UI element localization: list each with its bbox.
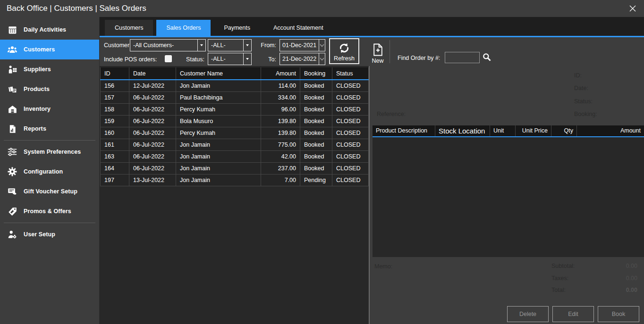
cell-customer-name: Jon Jamain [176,163,261,174]
order-detail-footer: Memo: Subtotal: 0.00 Taxes: 0.00 Total: … [370,257,644,324]
cell-status: CLOSED [332,127,369,139]
total-label: Total: [551,287,566,293]
cell-status: CLOSED [332,104,369,116]
table-row[interactable]: 16106-Jul-2022Jon Jamain775.00BookedCLOS… [101,139,369,151]
cell-customer-name: Bola Musuro [176,116,261,127]
refresh-button[interactable]: Refresh [329,38,359,64]
order-lines-area [373,137,644,257]
tab-sales-orders[interactable]: Sales Orders [156,20,211,36]
cell-amount: 334.00 [261,92,300,104]
cell-customer-name: Jon Jamain [176,80,261,92]
cell-date: 13-Jul-2022 [129,174,176,186]
delete-button[interactable]: Delete [507,306,549,322]
cell-status: CLOSED [332,139,369,151]
sidebar-item-reports[interactable]: Reports [0,119,99,139]
sidebar-item-user-setup[interactable]: User Setup [0,224,99,244]
table-row[interactable]: 16006-Jul-2022Percy Kumah139.80BookedCLO… [101,127,369,139]
column-header-status[interactable]: Status [332,67,369,80]
sidebar-item-label: System Preferences [24,149,81,155]
table-row[interactable]: 16306-Jul-2022Jon Jamain42.00BookedCLOSE… [101,151,369,163]
tab-payments[interactable]: Payments [214,20,260,36]
from-date-field[interactable]: 01-Dec-2021 [280,39,325,51]
taxes-value: 0.00 [626,275,637,282]
sidebar-item-products[interactable]: Products [0,79,99,99]
sidebar-item-customers[interactable]: Customers [0,40,99,59]
chevron-down-icon [197,40,205,51]
sidebar-item-promos-offers[interactable]: Promos & Offers [0,201,99,221]
refresh-label: Refresh [334,55,355,62]
cell-id: 158 [101,104,129,116]
sidebar-item-suppliers[interactable]: Suppliers [0,59,99,79]
line-column-stock-location[interactable]: Stock Location [435,125,490,136]
orders-table: ID Date Customer Name Amount Booking Sta… [100,67,369,186]
from-date-value: 01-Dec-2021 [280,42,319,49]
detail-date-label: Date: [574,85,588,91]
cell-date: 06-Jul-2022 [129,92,176,104]
tab-account-statement[interactable]: Account Statement [263,20,333,36]
sidebar-item-label: Inventory [24,106,51,112]
order-lines-header: Product Description Stock Location Unit … [373,125,644,137]
cell-id: 160 [101,127,129,139]
to-date-field[interactable]: 21-Dec-2022 [280,53,325,65]
window-title: Back Office | Customers | Sales Orders [7,0,146,17]
status-label: Status: [171,55,204,64]
status-dropdown[interactable]: -ALL- [208,53,252,65]
table-row[interactable]: 15806-Jul-2022Percy Kumah96.00BookedCLOS… [101,104,369,116]
line-column-product-description[interactable]: Product Description [373,125,435,136]
find-order-input[interactable] [445,52,480,63]
line-column-qty[interactable]: Qty [551,125,577,136]
column-header-date[interactable]: Date [129,67,176,80]
new-button[interactable]: New [366,39,389,66]
sidebar-item-inventory[interactable]: Inventory [0,99,99,119]
cell-amount: 114.00 [261,80,300,92]
cell-booking: Booked [300,92,332,104]
table-row[interactable]: 19713-Jul-2022Jon Jamain7.00PendingCLOSE… [101,174,369,186]
sidebar-item-label: Promos & Offers [24,208,71,215]
cell-customer-name: Percy Kumah [176,127,261,139]
table-row[interactable]: 15612-Jul-2022Jon Jamain114.00BookedCLOS… [101,80,369,92]
table-row[interactable]: 15906-Jul-2022Bola Musuro139.80BookedCLO… [101,116,369,127]
orders-tbody: 15612-Jul-2022Jon Jamain114.00BookedCLOS… [101,80,369,186]
search-icon[interactable] [482,52,491,62]
find-order-label: Find Order by #: [398,53,440,63]
line-column-unit-price[interactable]: Unit Price [516,125,551,136]
sidebar-item-gift-voucher-setup[interactable]: Gift Voucher Setup [0,182,99,201]
customers-icon [7,44,17,55]
include-pos-checkbox[interactable] [165,55,172,62]
customer-dropdown[interactable]: -All Customers- [130,39,206,51]
detail-booking-label: Booking: [574,111,597,117]
column-header-amount[interactable]: Amount [261,67,300,80]
column-header-booking[interactable]: Booking [300,67,332,80]
cell-booking: Booked [300,151,332,163]
orders-panel: ID Date Customer Name Amount Booking Sta… [100,66,369,324]
edit-button[interactable]: Edit [552,306,594,322]
line-column-amount[interactable]: Amount [577,125,644,136]
tab-customers[interactable]: Customers [105,20,153,36]
voucher-icon [7,186,17,197]
column-header-customer-name[interactable]: Customer Name [176,67,261,80]
refresh-icon [338,42,350,54]
to-date-value: 21-Dec-2022 [280,56,319,62]
table-row[interactable]: 16406-Jul-2022Jon Jamain237.00BookedCLOS… [101,163,369,174]
cell-date: 12-Jul-2022 [129,80,176,92]
memo-label: Memo: [374,263,392,270]
cell-status: CLOSED [332,163,369,174]
suppliers-icon [7,64,17,75]
book-button[interactable]: Book [598,306,639,322]
column-header-id[interactable]: ID [101,67,129,80]
sidebar-item-daily-activities[interactable]: Daily Activities [0,20,99,40]
cell-id: 161 [101,139,129,151]
cell-customer-name: Jon Jamain [176,151,261,163]
line-column-unit[interactable]: Unit [490,125,516,136]
cell-amount: 139.80 [261,127,300,139]
cell-customer-name: Jon Jamain [176,139,261,151]
subtotal-value: 0.00 [626,263,637,269]
sidebar-item-label: Daily Activities [24,26,66,33]
table-row[interactable]: 15706-Jul-2022Paul Bachibinga334.00Booke… [101,92,369,104]
sidebar-item-configuration[interactable]: Configuration [0,162,99,182]
sidebar-item-system-preferences[interactable]: System Preferences [0,142,99,162]
close-icon[interactable] [628,4,637,13]
sidebar: Daily Activities Customers Suppliers [0,17,100,324]
customer-sub-dropdown[interactable]: -ALL- [208,39,252,51]
customer-dropdown-value: -All Customers- [130,42,197,49]
